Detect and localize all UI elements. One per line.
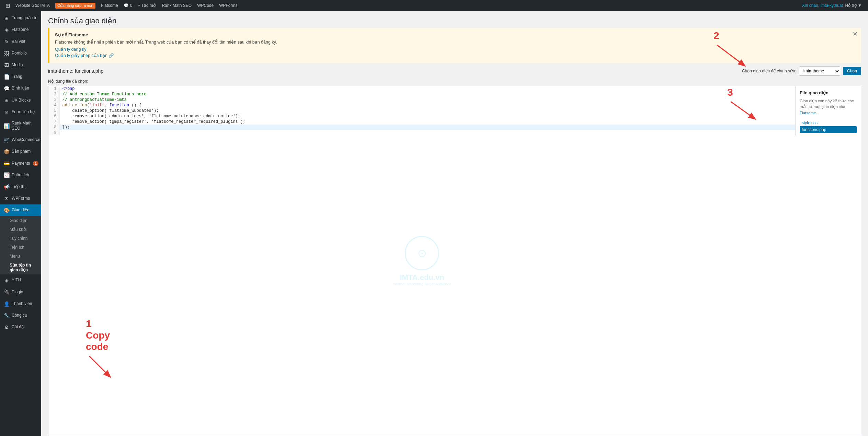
sidebar-item-yith[interactable]: ◈ YITH	[0, 274, 41, 286]
sidebar-item-plugins[interactable]: 🔌 Plugin	[0, 286, 41, 298]
sidebar-item-pages[interactable]: 📄 Trang	[0, 71, 41, 83]
wpforms-item[interactable]: WPForms	[216, 0, 240, 11]
settings-icon: ⚙	[3, 324, 10, 330]
wp-logo-item[interactable]: ⊞	[3, 0, 13, 11]
sidebar-item-media[interactable]: 🖼 Media	[0, 59, 41, 71]
products-icon: 📦	[3, 149, 10, 155]
sidebar-item-portfolio[interactable]: 🖼 Portfolio	[0, 48, 41, 59]
greeting-area: Xin chào, imta-kythuat Hỗ trợ ▼	[799, 3, 865, 8]
line-content: delete_option('flatsome_wupdates');	[59, 108, 795, 114]
file-items-container: style.cssfunctions.php	[800, 119, 857, 133]
wpforms-sidebar-icon: ✉	[3, 196, 10, 202]
notice-text: Flatsome không thể nhận phiên bản mới nh…	[55, 39, 856, 45]
sidebar-item-payments-label: Payments	[12, 161, 30, 166]
file-list-parent-link[interactable]: Flatsome.	[800, 111, 817, 115]
rankmath-icon: 📊	[3, 123, 10, 129]
notice-link-2[interactable]: Quản lý giấy phép của bạn 🔗	[55, 53, 856, 58]
wpcode-item[interactable]: WPCode	[194, 0, 216, 11]
sidebar-item-marketing[interactable]: 📢 Tiếp thị	[0, 181, 41, 193]
code-editor[interactable]: 1<?php2// Add custom Theme Functions her…	[48, 86, 796, 135]
choose-theme-button[interactable]: Chọn	[843, 67, 861, 75]
file-list-title: File giao diện	[800, 90, 857, 95]
line-content: add_action('init', function () {	[59, 103, 795, 108]
site-tag-badge: Cửa hàng sắp ra mắt	[55, 3, 95, 9]
support-link[interactable]: Hỗ trợ ▼	[845, 3, 862, 8]
flatsome-menu-item[interactable]: Flatsome	[98, 0, 121, 11]
sidebar-item-comments[interactable]: 💬 Bình luận	[0, 83, 41, 94]
watermark-logo: ⊙	[405, 236, 439, 270]
sub-customize[interactable]: Tùy chỉnh	[0, 234, 41, 243]
sub-utilities-label: Tiện ích	[10, 245, 24, 250]
create-new-label: + Tạo mới	[138, 3, 156, 8]
file-item[interactable]: style.css	[800, 119, 857, 126]
sidebar-item-tools[interactable]: 🔧 Công cụ	[0, 310, 41, 321]
line-number: 5	[48, 108, 59, 114]
notice-title: Sự cố Flatsome	[55, 32, 856, 37]
comments-item[interactable]: 💬 0	[121, 0, 135, 11]
sidebar-item-woocommerce[interactable]: 🛒 WooCommerce	[0, 134, 41, 146]
sidebar-item-settings-label: Cài đặt	[12, 325, 25, 330]
sidebar-item-dashboard[interactable]: ⊞ Trang quản trị	[0, 12, 41, 24]
forms-icon: ✉	[3, 109, 10, 115]
sidebar-item-uxblocks[interactable]: ⊞ UX Blocks	[0, 94, 41, 106]
file-list-desc: Giao diện con này kế thừa các mẫu từ một…	[800, 98, 857, 116]
editor-select-row: Chọn giao diện để chỉnh sửa: imta-theme …	[742, 67, 861, 75]
code-line: 1<?php	[48, 86, 795, 92]
line-content: remove_action('tgmpa_register', 'flatsom…	[59, 119, 795, 125]
line-content: // Add custom Theme Functions here	[59, 92, 795, 97]
code-line: 2// Add custom Theme Functions here	[48, 92, 795, 97]
create-new-item[interactable]: + Tạo mới	[135, 0, 159, 11]
rank-math-item[interactable]: Rank Math SEO	[159, 0, 194, 11]
sidebar-item-analytics-label: Phân tích	[12, 173, 29, 178]
line-content: });	[59, 125, 795, 130]
sidebar-item-uxblocks-label: UX Blocks	[12, 98, 31, 103]
line-content: <?php	[59, 86, 795, 92]
theme-select[interactable]: imta-theme flatsome	[799, 67, 840, 75]
sidebar-item-yith-label: YITH	[12, 278, 21, 283]
sidebar-item-flatsome[interactable]: ◈ Flatsome	[0, 24, 41, 36]
sub-menus[interactable]: Menu	[0, 252, 41, 261]
code-line: 3// anthongbaoflatsome-imta	[48, 97, 795, 103]
sub-blocks[interactable]: Mẫu khởi	[0, 225, 41, 234]
sidebar-item-posts[interactable]: ✎ Bài viết	[0, 36, 41, 47]
site-name-item[interactable]: Website Gốc IMTA	[13, 0, 53, 11]
sidebar-item-rankmath[interactable]: 📊 Rank Math SEO	[0, 118, 41, 134]
sidebar-item-settings[interactable]: ⚙ Cài đặt	[0, 321, 41, 333]
sidebar-item-appearance[interactable]: 🎨 Giao diện	[0, 204, 41, 216]
notice-close-button[interactable]: ✕	[853, 31, 858, 37]
payments-icon: 💳	[3, 160, 10, 166]
sidebar-item-products[interactable]: 📦 Sản phẩm	[0, 146, 41, 157]
code-table: 1<?php2// Add custom Theme Functions her…	[48, 86, 795, 135]
sidebar-item-analytics[interactable]: 📈 Phân tích	[0, 169, 41, 181]
page-title: Chỉnh sửa giao diện	[48, 16, 861, 25]
page-header: Chỉnh sửa giao diện	[41, 11, 868, 28]
editor-layout: 1<?php2// Add custom Theme Functions her…	[48, 86, 861, 436]
sub-utilities[interactable]: Tiện ích	[0, 243, 41, 252]
file-item[interactable]: functions.php	[800, 126, 857, 133]
sidebar-item-forms[interactable]: ✉ Form liên hệ	[0, 106, 41, 118]
editor-header: imta-theme: functions.php Chọn giao diện…	[48, 67, 861, 75]
flatsome-notice: ✕ Sự cố Flatsome Flatsome không thể nhận…	[48, 28, 861, 63]
sub-editor-label: Sửa tệp tin giao diện	[10, 263, 31, 272]
sub-editor[interactable]: Sửa tệp tin giao diện	[0, 261, 41, 274]
flatsome-label: Flatsome	[101, 3, 118, 8]
sidebar-item-appearance-label: Giao diện	[12, 208, 30, 213]
wpforms-label: WPForms	[219, 3, 237, 8]
content-wrapper: Chỉnh sửa giao diện ✕ Sự cố Flatsome Fla…	[41, 11, 868, 436]
analytics-icon: 📈	[3, 172, 10, 178]
watermark-domain: IMTA.edu.vn	[393, 273, 451, 282]
line-number: 4	[48, 103, 59, 108]
line-number: 6	[48, 114, 59, 119]
line-content	[59, 130, 795, 135]
sidebar: ⊞ Trang quản trị ◈ Flatsome ✎ Bài viết 🖼…	[0, 11, 41, 436]
notice-link-1[interactable]: Quản lý đăng ký	[55, 47, 856, 52]
sidebar-item-flatsome-label: Flatsome	[12, 27, 28, 33]
sidebar-item-users[interactable]: 👤 Thành viên	[0, 298, 41, 310]
site-tag-item[interactable]: Cửa hàng sắp ra mắt	[53, 0, 98, 11]
site-name-label: Website Gốc IMTA	[15, 3, 50, 8]
sidebar-item-portfolio-label: Portfolio	[12, 51, 27, 56]
sidebar-item-payments[interactable]: 💳 Payments 1	[0, 157, 41, 169]
sidebar-item-wpforms[interactable]: ✉ WPForms	[0, 193, 41, 204]
sub-themes[interactable]: Giao diện	[0, 216, 41, 225]
yith-icon: ◈	[3, 277, 10, 283]
